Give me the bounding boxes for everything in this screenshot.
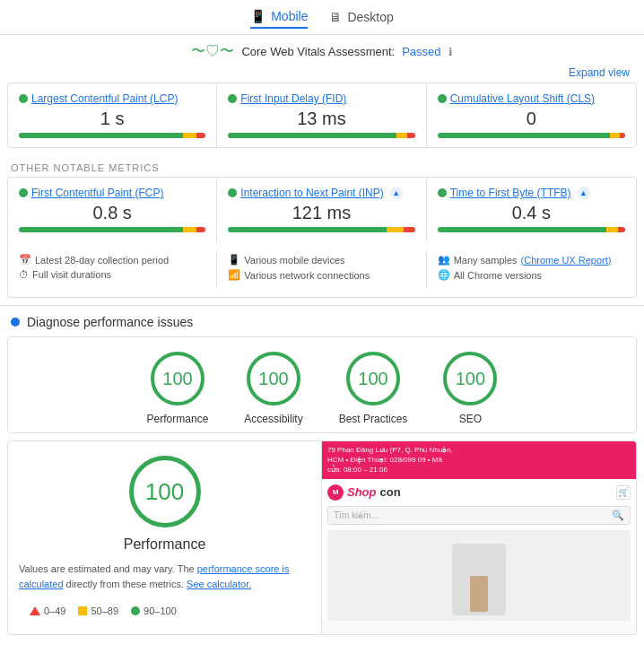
metric-ttfb-title: Time to First Byte (TTFB) ▲: [438, 187, 625, 199]
metric-cls: Cumulative Layout Shift (CLS) 0: [427, 83, 636, 147]
bottom-section: 100 Performance Values are estimated and…: [7, 440, 637, 635]
preview-search-bar: Tìm kiếm... 🔍: [327, 506, 631, 525]
data-info-col-3: 👥 Many samples (Chrome UX Report) 🌐 All …: [427, 250, 636, 288]
metric-lcp-value: 1 s: [19, 109, 205, 129]
metric-fcp-bar: [19, 227, 205, 232]
data-info-grid: 📅 Latest 28-day collection period ⏱ Full…: [7, 241, 637, 298]
bar-orange-cls: [610, 133, 619, 138]
metric-lcp-link[interactable]: Largest Contentful Paint (LCP): [31, 92, 178, 105]
preview-search-icon: 🔍: [612, 510, 624, 521]
tab-mobile[interactable]: 📱 Mobile: [250, 9, 308, 29]
preview-logo-row: M Shopcon: [327, 484, 401, 501]
score-performance-circle: 100: [151, 352, 205, 405]
mobile-icon: 📱: [250, 9, 265, 23]
other-metrics-grid: First Contentful Paint (FCP) 0.8 s Inter…: [7, 177, 637, 241]
metric-ttfb-value: 0.4 s: [438, 203, 625, 223]
preview-logo-text: Shop: [347, 485, 377, 499]
network-icon: 📶: [228, 269, 240, 281]
score-performance-value: 100: [162, 369, 192, 389]
legend-green: 90–100: [131, 606, 177, 616]
metric-fcp-link[interactable]: First Contentful Paint (FCP): [31, 187, 163, 199]
metric-inp-link[interactable]: Interaction to Next Paint (INP): [240, 187, 383, 199]
data-info-row-1: 📅 Latest 28-day collection period: [19, 254, 205, 266]
big-score-title: Performance: [19, 536, 310, 553]
preview-product-image: [327, 530, 631, 621]
legend-orange: 50–89: [78, 606, 118, 616]
diagnose-title: Diagnose performance issues: [27, 315, 193, 329]
data-info-row-5: 👥 Many samples (Chrome UX Report): [438, 254, 625, 266]
globe-icon: 🌐: [438, 269, 450, 281]
cwv-info-icon[interactable]: ℹ: [448, 46, 453, 58]
bar-orange: [183, 133, 196, 138]
data-info-row-4: 📶 Various network connections: [228, 269, 414, 281]
inp-info-tag[interactable]: ▲: [390, 187, 403, 199]
bar-red-fid: [407, 133, 414, 138]
bottom-right: 79 Phan Đăng Lưu (P7, Q. Phú Nhuận,HCM •…: [322, 441, 636, 634]
website-preview: 79 Phan Đăng Lưu (P7, Q. Phú Nhuận,HCM •…: [322, 441, 636, 621]
metric-lcp-title: Largest Contentful Paint (LCP): [19, 92, 205, 105]
score-best-practices-circle: 100: [346, 352, 400, 405]
preview-person: [452, 544, 506, 615]
preview-cart-icon: 🛒: [616, 485, 631, 500]
tabs-row: 📱 Mobile 🖥 Desktop: [0, 0, 644, 35]
legend-red: 0–49: [30, 606, 65, 616]
metric-fid-link[interactable]: First Input Delay (FID): [240, 92, 346, 105]
data-info-text-5: Many samples: [454, 255, 518, 266]
data-info-text-4: Various network connections: [244, 270, 370, 281]
metric-cls-title: Cumulative Layout Shift (CLS): [438, 92, 625, 105]
metric-fcp-dot: [19, 188, 28, 197]
cwv-icon: 〜♡〜: [191, 42, 234, 61]
metric-fcp-title: First Contentful Paint (FCP): [19, 187, 205, 199]
bar-green: [19, 133, 183, 138]
big-score-value: 100: [145, 478, 184, 506]
metric-cls-value: 0: [438, 109, 625, 129]
score-seo-value: 100: [456, 369, 485, 389]
metric-inp-title: Interaction to Next Paint (INP) ▲: [228, 187, 414, 199]
data-info-text-1: Latest 28-day collection period: [35, 255, 169, 266]
score-seo-circle: 100: [443, 352, 497, 405]
diagnose-row: Diagnose performance issues: [0, 305, 644, 336]
legend-green-label: 90–100: [144, 606, 177, 616]
metric-ttfb-dot: [438, 188, 447, 197]
data-info-text-2: Full visit durations: [32, 269, 111, 280]
ttfb-info-tag[interactable]: ▲: [578, 187, 590, 199]
bar-red-inp: [404, 227, 415, 232]
legend-orange-label: 50–89: [91, 606, 118, 616]
clock-icon: ⏱: [19, 269, 29, 280]
legend-row: 0–49 50–89 90–100: [19, 598, 310, 623]
tab-desktop[interactable]: 🖥 Desktop: [329, 9, 393, 29]
data-info-row-2: ⏱ Full visit durations: [19, 269, 205, 280]
data-info-text-6: All Chrome versions: [454, 270, 542, 281]
cwv-label: Core Web Vitals Assessment:: [241, 45, 395, 58]
score-seo: 100 SEO: [443, 352, 497, 425]
score-desc-text-2: directly from these metrics.: [66, 579, 187, 589]
preview-logo-text2: con: [380, 485, 401, 499]
expand-link[interactable]: Expand view: [569, 66, 630, 79]
metric-inp-bar: [228, 227, 414, 232]
data-info-row-6: 🌐 All Chrome versions: [438, 269, 625, 281]
score-best-practices: 100 Best Practices: [339, 352, 408, 425]
score-accessibility: 100 Accessibility: [244, 352, 302, 425]
preview-person-body: [470, 576, 488, 612]
chrome-ux-link[interactable]: (Chrome UX Report): [521, 255, 612, 266]
legend-green-icon: [131, 606, 140, 615]
metric-lcp: Largest Contentful Paint (LCP) 1 s: [8, 83, 217, 147]
samples-icon: 👥: [438, 254, 450, 266]
bottom-left: 100 Performance Values are estimated and…: [8, 441, 322, 634]
score-best-practices-label: Best Practices: [339, 413, 408, 425]
metric-cls-bar: [438, 133, 625, 138]
metric-inp-dot: [228, 188, 237, 197]
preview-address: 79 Phan Đăng Lưu (P7, Q. Phú Nhuận,HCM •…: [327, 445, 631, 475]
metric-cls-link[interactable]: Cumulative Layout Shift (CLS): [450, 92, 595, 105]
bar-red-ttfb: [618, 227, 625, 232]
metric-fid-title: First Input Delay (FID): [228, 92, 414, 105]
bar-green-ttfb: [438, 227, 606, 232]
other-metrics-label: OTHER NOTABLE METRICS: [0, 155, 644, 177]
score-performance-label: Performance: [147, 413, 209, 425]
metric-ttfb-link[interactable]: Time to First Byte (TTFB): [450, 187, 571, 199]
score-desc-text-1: Values are estimated and may vary. The: [19, 563, 195, 574]
see-calculator-link[interactable]: See calculator.: [187, 579, 251, 589]
score-performance: 100 Performance: [147, 352, 209, 425]
data-info-col-1: 📅 Latest 28-day collection period ⏱ Full…: [8, 250, 217, 288]
bar-orange-inp: [387, 227, 404, 232]
